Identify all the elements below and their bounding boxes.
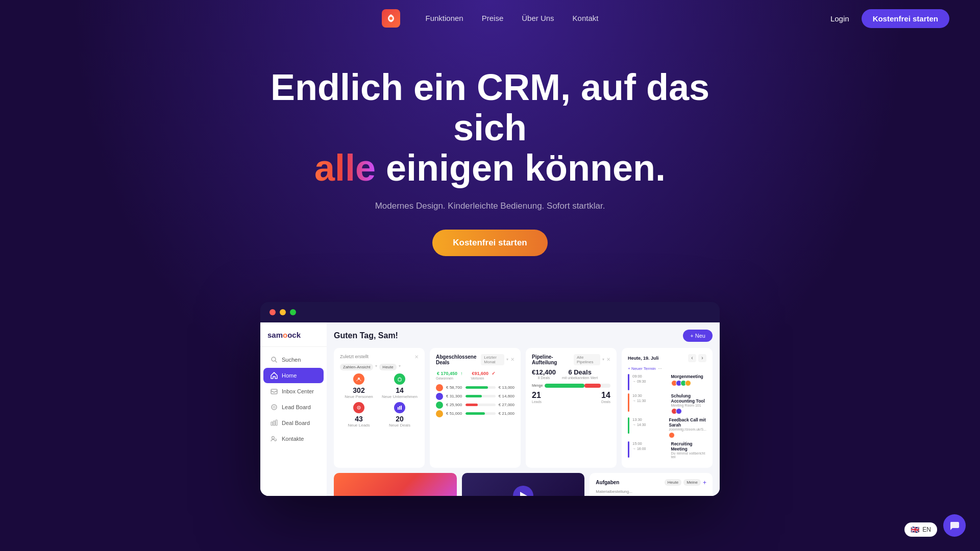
deals-close[interactable]: ✕ bbox=[510, 357, 514, 362]
event-sub-3: zoommtg://zoom.uk/S... bbox=[669, 428, 706, 431]
pipeline-deals-label2: Deals bbox=[601, 400, 610, 404]
event-info-1: Morgenmeeting bbox=[671, 374, 707, 386]
svg-rect-8 bbox=[276, 420, 277, 425]
pipeline-counts: 21 Leads 14 Deals bbox=[532, 391, 610, 404]
deal-total-3: € 27,000 bbox=[499, 403, 514, 407]
deals-lost-amount: €91,600 ✓ bbox=[471, 368, 495, 377]
logo-icon[interactable] bbox=[382, 9, 400, 28]
pipeline-fill-green bbox=[545, 384, 584, 388]
app-greeting: Guten Tag, Sam! bbox=[334, 331, 398, 340]
deal-row-4: € 51,000 € 21,000 bbox=[436, 410, 514, 417]
titlebar-dot-yellow bbox=[280, 309, 286, 315]
card-deals: Abgeschlossene Deals Letzter Monat ▾ ✕ €… bbox=[430, 348, 521, 468]
pipeline-menge: Menge bbox=[532, 384, 543, 387]
tasks-add-icon[interactable]: + bbox=[703, 479, 706, 486]
sidebar-item-home[interactable]: Home bbox=[263, 368, 324, 383]
app-screenshot: samoock Suchen Home Inbox Center Lead Bo… bbox=[260, 302, 720, 496]
deals-lost: €91,600 ✓ Verloren bbox=[471, 368, 495, 380]
stat-avatar-3 bbox=[353, 402, 364, 413]
event-name-2: Schulung Accounting Tool bbox=[671, 393, 707, 404]
event-avatars-3 bbox=[669, 432, 706, 438]
leads-card: 30 leads bbox=[334, 473, 457, 496]
deals-filter[interactable]: Letzter Monat bbox=[481, 354, 504, 365]
event-info-4: Recruiting Meeting Du nimmst vollbericht… bbox=[671, 441, 707, 459]
card-zuletzt-close[interactable]: ✕ bbox=[414, 354, 419, 360]
event-morgenmeeting: 09:00→ 09:30 Morgenmeeting bbox=[628, 374, 706, 390]
ev-av-7 bbox=[669, 432, 675, 438]
lang-code: EN bbox=[922, 526, 931, 533]
deal-bar-3 bbox=[465, 404, 496, 406]
pipeline-deals-block: 14 Deals bbox=[601, 391, 610, 404]
lang-selector[interactable]: 🇬🇧 EN bbox=[904, 522, 937, 537]
hero-headline: Endlich ein CRM, auf das sich alle einig… bbox=[260, 67, 720, 189]
lost-indicator: ✓ bbox=[492, 371, 496, 376]
tasks-header: Aufgaben Heute Meine + bbox=[596, 479, 706, 486]
event-bar-2 bbox=[628, 393, 629, 412]
deals-header: Abgeschlossene Deals Letzter Monat ▾ ✕ bbox=[436, 354, 514, 365]
event-content-1: 09:00→ 09:30 bbox=[632, 374, 668, 385]
deal-row-3: € 25,900 € 27,000 bbox=[436, 402, 514, 409]
svg-point-9 bbox=[272, 436, 275, 439]
sidebar-label-home: Home bbox=[282, 372, 297, 379]
sidebar-item-leadboard[interactable]: Lead Board bbox=[263, 399, 324, 415]
sidebar-item-search[interactable]: Suchen bbox=[263, 352, 324, 367]
svg-point-0 bbox=[389, 17, 393, 20]
hero-subtext: Modernes Design. Kinderleichte Bedienung… bbox=[362, 201, 618, 211]
stat-personen: 302 Neue Personen bbox=[340, 373, 378, 399]
svg-rect-11 bbox=[398, 378, 401, 381]
pipeline-stat-euro: €12,400 8 Deals bbox=[532, 368, 556, 380]
pipeline-filter-arrow: ▾ bbox=[602, 357, 604, 362]
deal-amount-1: € 58,700 bbox=[446, 385, 462, 390]
deal-total-1: € 13,000 bbox=[499, 385, 514, 390]
pipeline-euro-sub: 8 Deals bbox=[532, 376, 556, 380]
play-button[interactable] bbox=[513, 486, 533, 496]
pipeline-close[interactable]: ✕ bbox=[606, 357, 610, 362]
cal-next-button[interactable]: › bbox=[698, 354, 706, 362]
nav-ueber-uns[interactable]: Über Uns bbox=[522, 14, 554, 22]
sidebar-label-search: Suchen bbox=[282, 357, 301, 363]
pipeline-leads-block: 21 Leads bbox=[532, 391, 542, 404]
sidebar-item-dealboard[interactable]: Deal Board bbox=[263, 415, 324, 431]
video-card bbox=[462, 473, 585, 496]
tasks-filter-heute[interactable]: Heute bbox=[665, 479, 681, 486]
app-titlebar bbox=[260, 302, 720, 322]
stat-leads: 43 Neue Leads bbox=[340, 402, 378, 428]
deals-amounts: € 170,450 ↑ Gewonnen €91,600 ✓ bbox=[436, 368, 514, 380]
pipeline-deals-sub: mit unbekanntem Wert bbox=[562, 376, 598, 380]
event-name-4: Recruiting Meeting bbox=[671, 441, 707, 452]
filter-zahlen[interactable]: Zahlen-Ansicht bbox=[340, 364, 373, 370]
svg-rect-6 bbox=[271, 422, 273, 425]
card-calendar: Heute, 19. Juli ‹ › + Neuer Termin ⋯ bbox=[622, 348, 713, 468]
event-time-2: 10:30→ 11:30 bbox=[632, 393, 668, 404]
deal-amount-4: € 51,000 bbox=[446, 411, 462, 416]
pipeline-filter[interactable]: Alle Pipelines bbox=[574, 354, 600, 365]
add-termin[interactable]: + Neuer Termin ⋯ bbox=[628, 366, 706, 371]
chat-icon bbox=[949, 520, 960, 531]
deal-total-4: € 21,000 bbox=[499, 411, 514, 416]
deal-avatar-2 bbox=[436, 393, 443, 400]
login-button[interactable]: Login bbox=[830, 14, 849, 23]
navbar: Funktionen Preise Über Uns Kontakt Login… bbox=[0, 0, 980, 37]
filter-heute[interactable]: Heute bbox=[379, 364, 396, 370]
sidebar-item-kontakte[interactable]: Kontakte bbox=[263, 431, 324, 446]
svg-line-2 bbox=[276, 361, 277, 362]
new-button[interactable]: + Neu bbox=[683, 330, 713, 342]
pipeline-bar-row-1: Menge bbox=[532, 384, 610, 388]
pipeline-title: Pipeline-Aufteilung bbox=[532, 354, 574, 365]
nav-preise[interactable]: Preise bbox=[482, 14, 504, 22]
sidebar-item-inbox[interactable]: Inbox Center bbox=[263, 384, 324, 399]
play-triangle-icon bbox=[520, 492, 527, 496]
stat-num-43: 43 bbox=[340, 415, 378, 423]
chat-bubble[interactable] bbox=[943, 514, 966, 537]
tasks-title: Aufgaben bbox=[596, 480, 619, 485]
stat-avatar-4 bbox=[394, 402, 405, 413]
hero-cta-button[interactable]: Kostenfrei starten bbox=[432, 230, 547, 256]
deal-row-2: € 31,300 € 14,600 bbox=[436, 393, 514, 400]
tasks-filter-meine[interactable]: Meine bbox=[683, 479, 701, 486]
nav-funktionen[interactable]: Funktionen bbox=[426, 14, 463, 22]
pipeline-stat-deals: 6 Deals mit unbekanntem Wert bbox=[562, 368, 598, 380]
nav-cta-button[interactable]: Kostenfrei starten bbox=[862, 9, 949, 28]
cal-prev-button[interactable]: ‹ bbox=[688, 354, 696, 362]
nav-kontakt[interactable]: Kontakt bbox=[573, 14, 599, 22]
deal-total-2: € 14,600 bbox=[499, 394, 514, 398]
